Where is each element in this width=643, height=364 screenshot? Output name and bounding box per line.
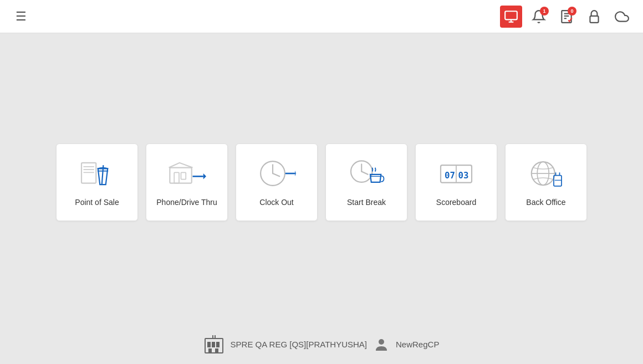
lock-button[interactable] (583, 6, 605, 28)
cloud-icon (615, 9, 629, 24)
menu-button[interactable]: ☰ (10, 6, 32, 28)
back-office-label: Back Office (526, 198, 565, 207)
orders-button[interactable]: 0 (555, 6, 578, 28)
store-building-icon (204, 334, 224, 354)
store-name: SPRE QA REG [QS][PRATHYUSHA] (231, 340, 367, 349)
monitor-icon (504, 9, 518, 24)
svg-point-47 (379, 339, 384, 345)
start-break-icon (347, 157, 386, 190)
clock-out-card[interactable]: Clock Out (236, 143, 318, 221)
back-office-card[interactable]: Back Office (505, 143, 587, 221)
phone-drive-thru-card[interactable]: Phone/Drive Thru (146, 143, 228, 221)
svg-rect-35 (554, 175, 562, 186)
point-of-sale-label: Point of Sale (75, 198, 119, 207)
monitor-button[interactable] (500, 6, 522, 28)
clock-out-label: Clock Out (259, 198, 293, 207)
scoreboard-icon: 07 03 (437, 157, 476, 190)
svg-rect-44 (215, 348, 218, 353)
svg-line-26 (361, 171, 368, 174)
svg-rect-16 (181, 172, 186, 179)
cloud-button[interactable] (611, 6, 633, 28)
svg-rect-41 (212, 342, 215, 347)
footer: SPRE QA REG [QS][PRATHYUSHA] NewRegCP (0, 334, 643, 354)
cards-row: Point of Sale Phone/Drive Thru (56, 143, 587, 221)
point-of-sale-icon (78, 157, 116, 190)
svg-text:03: 03 (458, 170, 469, 180)
main-content: Point of Sale Phone/Drive Thru (0, 33, 643, 364)
phone-drive-thru-icon (167, 157, 206, 190)
svg-text:07: 07 (445, 170, 455, 180)
svg-line-21 (273, 173, 279, 176)
username: NewRegCP (396, 340, 439, 349)
point-of-sale-card[interactable]: Point of Sale (56, 143, 138, 221)
start-break-label: Start Break (347, 198, 386, 207)
clock-out-icon (257, 157, 296, 190)
lock-icon (587, 9, 601, 24)
svg-rect-0 (505, 11, 517, 19)
notification-button[interactable]: 1 (528, 6, 550, 28)
svg-rect-15 (174, 172, 179, 183)
start-break-card[interactable]: Start Break (325, 143, 407, 221)
svg-rect-40 (207, 342, 211, 347)
svg-rect-43 (208, 348, 212, 353)
notification-badge: 1 (540, 7, 549, 16)
header-right: 1 0 (500, 6, 633, 28)
back-office-icon (527, 157, 565, 190)
header-left: ☰ (10, 6, 32, 28)
svg-marker-23 (295, 170, 296, 176)
scoreboard-label: Scoreboard (436, 198, 476, 207)
svg-rect-7 (590, 16, 598, 22)
scoreboard-card[interactable]: 07 03 Scoreboard (415, 143, 497, 221)
orders-badge: 0 (568, 7, 576, 16)
header: ☰ 1 0 (0, 0, 643, 33)
hamburger-icon: ☰ (16, 11, 27, 23)
user-avatar-icon (374, 336, 389, 352)
phone-drive-thru-label: Phone/Drive Thru (156, 198, 217, 207)
svg-rect-42 (216, 342, 220, 347)
svg-marker-18 (203, 173, 206, 180)
